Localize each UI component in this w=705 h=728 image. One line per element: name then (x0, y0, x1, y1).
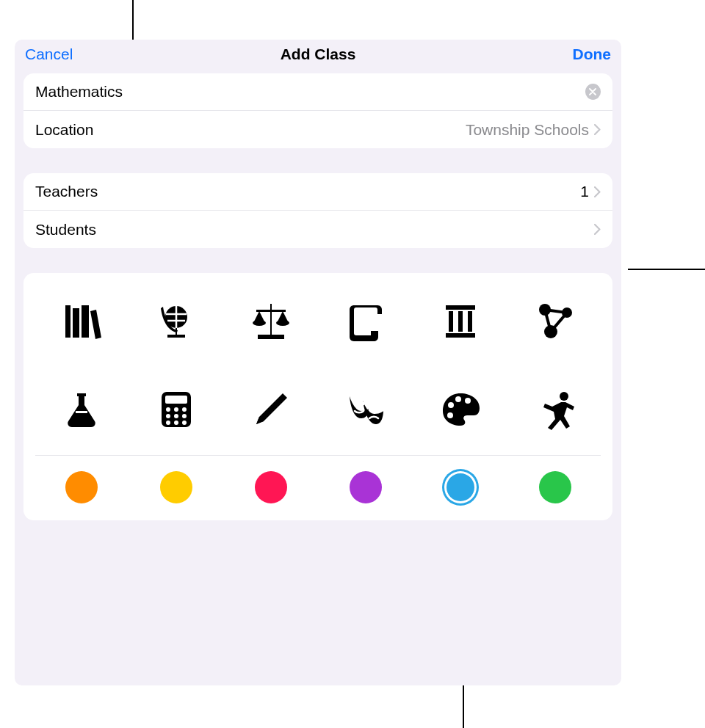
teachers-label: Teachers (35, 183, 98, 200)
divider (35, 455, 601, 456)
class-name-input[interactable] (35, 73, 585, 110)
chevron-right-icon (593, 124, 601, 136)
books-icon[interactable] (34, 296, 129, 346)
class-info-group: Location Township Schools (24, 73, 612, 148)
clear-text-icon[interactable] (585, 84, 601, 100)
scroll-icon[interactable] (318, 296, 413, 346)
students-row[interactable]: Students (24, 211, 612, 248)
icon-grid (28, 285, 608, 452)
chevron-right-icon (593, 224, 601, 236)
color-cell-yellow (129, 467, 223, 507)
color-cell-blue (413, 467, 507, 507)
location-value: Township Schools (466, 121, 589, 139)
page-title: Add Class (84, 46, 552, 63)
color-cell-pink (223, 467, 318, 507)
color-row (28, 467, 608, 507)
pencil-icon[interactable] (223, 385, 318, 434)
color-swatch-green[interactable] (539, 471, 571, 503)
add-class-sheet: Cancel Add Class Done Location Township … (15, 40, 621, 685)
location-row[interactable]: Location Township Schools (24, 111, 612, 148)
color-cell-green (507, 467, 602, 507)
teachers-row[interactable]: Teachers 1 (24, 173, 612, 211)
globe-icon[interactable] (129, 296, 223, 346)
class-name-row[interactable] (24, 73, 612, 111)
location-label: Location (35, 121, 93, 139)
chevron-right-icon (593, 186, 601, 197)
color-swatch-yellow[interactable] (160, 471, 192, 503)
cancel-button[interactable]: Cancel (25, 46, 84, 63)
molecule-icon[interactable] (507, 296, 602, 346)
runner-icon[interactable] (507, 385, 602, 434)
callout-line-right (628, 269, 705, 270)
appearance-group (24, 273, 612, 520)
color-swatch-orange[interactable] (65, 471, 98, 503)
color-cell-purple (318, 467, 413, 507)
teachers-count: 1 (580, 183, 589, 200)
color-swatch-blue[interactable] (444, 471, 477, 503)
navbar: Cancel Add Class Done (15, 40, 621, 73)
theater-icon[interactable] (318, 385, 413, 434)
color-cell-orange (34, 467, 129, 507)
scales-icon[interactable] (223, 296, 318, 346)
done-button[interactable]: Done (552, 46, 611, 63)
color-swatch-purple[interactable] (350, 471, 382, 503)
flask-icon[interactable] (34, 385, 129, 434)
palette-icon[interactable] (413, 385, 507, 434)
people-group: Teachers 1 Students (24, 173, 612, 248)
color-swatch-pink[interactable] (255, 471, 287, 503)
column-icon[interactable] (413, 296, 507, 346)
calculator-icon[interactable] (129, 385, 223, 434)
students-label: Students (35, 221, 96, 239)
